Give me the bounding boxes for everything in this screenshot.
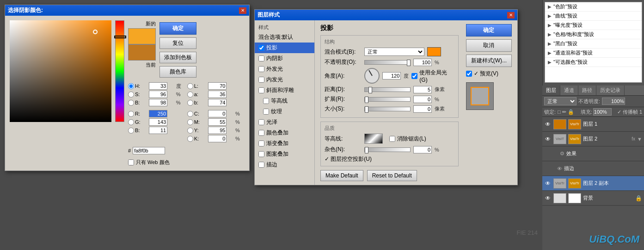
ls-item-bevel[interactable]: 斜面和浮雕: [255, 85, 314, 96]
layer-item-stroke[interactable]: 👁 描边: [542, 161, 644, 176]
ok-button[interactable]: 确定: [159, 22, 196, 35]
a-input[interactable]: [208, 91, 227, 98]
tab-paths[interactable]: 路径: [578, 85, 596, 95]
preset-item-2[interactable]: ▶ "曲线"预设: [545, 12, 642, 21]
ls-noise-input[interactable]: [413, 146, 432, 153]
ls-opacity-input[interactable]: [413, 59, 432, 66]
ls-cancel-btn[interactable]: 取消: [466, 39, 512, 52]
ls-blendmode-select[interactable]: 正常: [364, 48, 424, 56]
ls-innershadow-check[interactable]: [258, 55, 264, 61]
ls-coloroverlay-check[interactable]: [258, 130, 264, 136]
layer-item-copy[interactable]: 👁 VisiTr VisiTr 图层 2 副本: [542, 176, 644, 191]
ls-item-gradientoverlay[interactable]: 渐变叠加: [255, 138, 314, 149]
ls-make-default-btn[interactable]: Make Default: [320, 170, 363, 181]
ls-item-coloroverlay[interactable]: 颜色叠加: [255, 128, 314, 138]
color-library-button[interactable]: 颜色库: [159, 66, 196, 78]
m-radio-label[interactable]: M:: [187, 119, 207, 125]
r-radio-label[interactable]: R:: [128, 111, 147, 117]
tab-layers[interactable]: 图层: [542, 85, 560, 95]
ls-innerglow-check[interactable]: [258, 77, 264, 83]
color-field[interactable]: [10, 20, 111, 122]
ls-angle-input[interactable]: [382, 72, 401, 79]
g-radio-label[interactable]: G:: [128, 119, 147, 125]
k-input[interactable]: [208, 135, 227, 142]
ls-shadow-color-box[interactable]: [427, 47, 441, 56]
ls-size-slider[interactable]: [364, 107, 411, 111]
b2-radio-label[interactable]: b:: [187, 100, 207, 106]
opacity-input[interactable]: [602, 98, 625, 105]
b-input[interactable]: [149, 99, 167, 106]
ls-item-outerglow[interactable]: 外发光: [255, 64, 314, 74]
l-radio-label[interactable]: L:: [187, 83, 207, 89]
ls-ok-btn[interactable]: 确定: [466, 24, 512, 37]
ls-item-blend[interactable]: 混合选项:默认: [255, 32, 314, 43]
ls-spread-slider[interactable]: [364, 97, 411, 102]
r-input[interactable]: [149, 110, 167, 117]
ls-distance-input[interactable]: [413, 86, 432, 93]
ls-globallight-check[interactable]: [411, 73, 417, 79]
ls-distance-slider[interactable]: [364, 87, 411, 92]
h-input[interactable]: [149, 82, 167, 90]
eye-icon-1[interactable]: 👁: [544, 121, 552, 128]
eye-icon-2[interactable]: 👁: [544, 135, 552, 143]
eye-icon-stroke[interactable]: 👁: [557, 166, 562, 171]
ls-new-style-btn[interactable]: 新建样式(W)...: [466, 55, 512, 67]
brgb-radio-label[interactable]: B:: [128, 128, 147, 134]
ls-bevel-check[interactable]: [258, 87, 264, 93]
layer-item-bg[interactable]: 👁 背景 🔒: [542, 191, 644, 206]
preset-item-6[interactable]: ▶ "通道混和器"预设: [545, 49, 642, 58]
ls-stroke-check[interactable]: [258, 162, 264, 168]
blend-mode-select[interactable]: 正常: [544, 97, 577, 105]
ls-item-stroke[interactable]: 描边: [255, 159, 314, 170]
ls-item-innershadow[interactable]: 内阴影: [255, 53, 314, 64]
k-radio-label[interactable]: K:: [187, 136, 207, 142]
m-input[interactable]: [208, 118, 227, 126]
c-radio-label[interactable]: C:: [187, 111, 207, 117]
preset-item-5[interactable]: ▶ "黑白"预设: [545, 39, 642, 49]
ls-item-innerglow[interactable]: 内发光: [255, 74, 314, 85]
angle-dial[interactable]: [364, 68, 380, 84]
ls-contour-preview[interactable]: [364, 134, 383, 144]
tab-history[interactable]: 历史记录: [596, 85, 625, 95]
eye-icon-copy[interactable]: 👁: [544, 180, 552, 187]
ls-noise-slider[interactable]: [364, 147, 411, 152]
ls-size-input[interactable]: [413, 105, 432, 113]
color-gradient[interactable]: [10, 20, 111, 122]
ls-texture-check[interactable]: [263, 109, 269, 115]
lock-icon[interactable]: □ ✏ 🔒: [558, 109, 574, 115]
ls-item-satin[interactable]: 光泽: [255, 117, 314, 128]
ls-satin-check[interactable]: [258, 119, 264, 125]
reset-button[interactable]: 复位: [159, 37, 196, 49]
hue-slider[interactable]: [115, 20, 124, 122]
layer-item-1[interactable]: 👁 VisiTr 图层 1: [542, 117, 644, 132]
preset-item-1[interactable]: ▶ "色阶"预设: [545, 2, 642, 12]
b-radio-label[interactable]: B:: [128, 100, 147, 106]
s-input[interactable]: [149, 91, 167, 98]
ls-gradientoverlay-check[interactable]: [258, 140, 264, 146]
presets-list[interactable]: ▶ "色阶"预设 ▶ "曲线"预设 ▶ "曝光度"预设 ▶ "色相/饱和度"预设…: [545, 2, 642, 83]
s-radio-label[interactable]: S:: [128, 91, 147, 98]
ls-close-btn[interactable]: ✕: [507, 12, 515, 18]
brgb-input[interactable]: [149, 127, 167, 134]
ls-item-patternoverlay[interactable]: 图案叠加: [255, 149, 314, 159]
eye-icon-bg[interactable]: 👁: [544, 195, 552, 202]
color-current-box[interactable]: [128, 44, 156, 61]
ls-contour-check[interactable]: [263, 98, 269, 104]
ls-item-dropshadow[interactable]: 投影: [255, 43, 314, 53]
b2-input[interactable]: [208, 99, 227, 106]
preset-item-4[interactable]: ▶ "色相/饱和度"预设: [545, 30, 642, 39]
ls-outerglow-check[interactable]: [258, 66, 264, 72]
ls-spread-input[interactable]: [413, 96, 432, 103]
expand-icon-2[interactable]: ▼: [637, 136, 642, 142]
ls-reset-default-btn[interactable]: Reset to Default: [367, 170, 417, 181]
preset-item-3[interactable]: ▶ "曝光度"预设: [545, 21, 642, 30]
c-input[interactable]: [208, 110, 227, 117]
add-swatch-button[interactable]: 添加到色板: [159, 52, 196, 63]
ls-dropshadow-check[interactable]: [258, 45, 264, 51]
ls-preview-check[interactable]: [466, 71, 472, 77]
color-picker-close-btn[interactable]: ✕: [239, 7, 246, 14]
ls-patternoverlay-check[interactable]: [258, 151, 264, 157]
g-input[interactable]: [149, 118, 167, 126]
preset-item-7[interactable]: ▶ "可选颜色"预设: [545, 58, 642, 67]
y-radio-label[interactable]: Y:: [187, 128, 207, 134]
